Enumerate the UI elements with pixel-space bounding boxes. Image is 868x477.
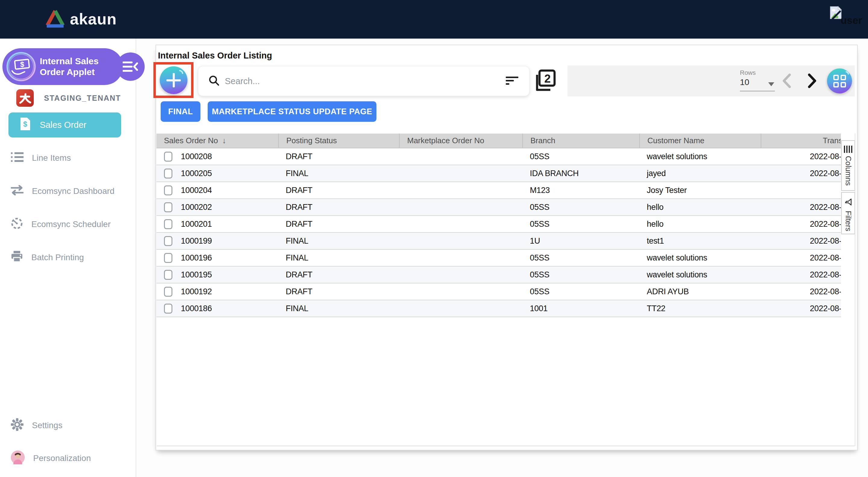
rows-per-page-select[interactable]: 10 [740, 78, 775, 91]
sort-descending-arrow-icon: ↓ [222, 136, 226, 145]
rows-per-page-label: Rows [740, 69, 756, 76]
table-row[interactable]: 1000201 DRAFT 05SS hello 2022-08-12 [156, 216, 841, 233]
cell-sales-order-no: 1000208 [181, 152, 212, 161]
sidebar-item-tenant[interactable]: STAGING_TENANT [16, 89, 121, 107]
cell-branch: 1001 [530, 304, 548, 313]
sort-filter-lines-icon[interactable] [506, 77, 518, 86]
table-row[interactable]: 1000195 DRAFT 05SS wavelet solutions 202… [156, 267, 841, 284]
cell-posting-status: FINAL [286, 304, 308, 313]
row-checkbox[interactable] [164, 236, 173, 246]
cell-branch: 05SS [530, 270, 550, 279]
final-button[interactable]: FINAL [161, 101, 200, 122]
sidebar-item-ecomsync-scheduler[interactable]: Ecomsync Scheduler [11, 215, 125, 234]
applet-header[interactable]: $ Internal Sales Order Applet [2, 48, 123, 85]
search-icon [209, 75, 219, 87]
main-panel: Internal Sales Order Listing 2 [156, 44, 858, 450]
marketplace-status-update-button[interactable]: MARKETPLACE STATUS UPDATE PAGE [208, 101, 376, 122]
sidebar-item-label: Settings [32, 421, 62, 430]
row-checkbox[interactable] [164, 152, 173, 161]
cell-customer-name: wavelet solutions [647, 270, 707, 279]
top-navbar: akaun user [0, 0, 868, 38]
grid-view-button[interactable] [827, 68, 852, 93]
cell-sales-order-no: 1000186 [181, 304, 212, 313]
filters-side-tab[interactable]: Filters [841, 192, 855, 234]
sales-order-table: Sales Order No ↓ Posting Status Marketpl… [156, 133, 841, 319]
collapse-sidebar-icon [123, 61, 138, 72]
column-header-transaction-date[interactable]: Transaction Date [761, 133, 841, 148]
sidebar-item-line-items[interactable]: Line Items [11, 148, 125, 168]
cell-sales-order-no: 1000195 [181, 270, 212, 279]
cell-posting-status: FINAL [286, 253, 308, 263]
cell-transaction-date: 2022-08-01 [810, 304, 841, 313]
column-header-marketplace-order-no[interactable]: Marketplace Order No [399, 133, 522, 148]
cell-posting-status: DRAFT [286, 203, 313, 212]
cell-sales-order-no: 1000201 [181, 219, 212, 229]
akaun-triangle-logo-icon [45, 9, 65, 29]
cell-customer-name: ADRI AYUB [647, 287, 689, 296]
column-header-sales-order-no[interactable]: Sales Order No ↓ [156, 133, 278, 148]
brand-name: akaun [70, 10, 117, 28]
document-dollar-icon: $ [19, 117, 31, 133]
column-header-customer-name[interactable]: Customer Name [639, 133, 761, 148]
column-header-posting-status[interactable]: Posting Status [278, 133, 399, 148]
cell-sales-order-no: 1000192 [181, 287, 212, 296]
cell-transaction-date: 2022-08-04 [810, 236, 841, 246]
row-checkbox[interactable] [164, 202, 173, 212]
sidebar-item-label: Ecomsync Scheduler [31, 219, 111, 229]
table-row[interactable]: 1000208 DRAFT 05SS wavelet solutions 202… [156, 148, 841, 165]
row-checkbox[interactable] [164, 304, 173, 314]
search-input[interactable] [225, 76, 506, 86]
filters-tab-label: Filters [844, 211, 852, 231]
table-row[interactable]: 1000186 FINAL 1001 TT22 2022-08-01 [156, 300, 841, 317]
row-checkbox[interactable] [164, 253, 173, 263]
cell-posting-status: DRAFT [286, 186, 313, 195]
cell-branch: 05SS [530, 219, 550, 229]
grid-apps-icon [833, 75, 846, 87]
collapse-sidebar-button[interactable] [116, 53, 145, 81]
columns-tab-label: Columns [844, 156, 852, 186]
svg-text:$: $ [20, 60, 24, 68]
table-row[interactable]: 1000204 DRAFT M123 Josy Tester [156, 182, 841, 199]
svg-text:2: 2 [544, 72, 551, 85]
table-row[interactable]: 1000202 DRAFT 05SS hello 2022-08-12 [156, 199, 841, 216]
sidebar-item-batch-printing[interactable]: Batch Printing [11, 248, 125, 267]
row-checkbox[interactable] [164, 185, 173, 196]
vertical-scrollbar[interactable] [855, 133, 855, 446]
table-row[interactable]: 1000205 FINAL IDA BRANCH jayed 2022-08-1… [156, 165, 841, 182]
user-avatar[interactable]: user [830, 6, 866, 33]
duplicate-pages-icon[interactable]: 2 [535, 69, 556, 93]
column-header-branch[interactable]: Branch [522, 133, 639, 148]
cell-sales-order-no: 1000196 [181, 253, 212, 263]
sidebar-item-label: Ecomsync Dashboard [32, 186, 115, 196]
sidebar-item-personalization[interactable]: Personalization [11, 449, 125, 468]
previous-page-button[interactable] [781, 73, 792, 90]
cell-customer-name: wavelet solutions [647, 152, 707, 161]
filter-funnel-icon [844, 198, 852, 208]
printer-icon [11, 251, 23, 264]
table-row[interactable]: 1000192 DRAFT 05SS ADRI AYUB 2022-08-02 [156, 284, 841, 300]
horizontal-scrollbar[interactable] [157, 446, 855, 446]
cell-transaction-date: 2022-08-02 [810, 287, 841, 296]
sidebar-item-settings[interactable]: Settings [11, 416, 125, 435]
cell-customer-name: Josy Tester [647, 186, 687, 195]
next-page-button[interactable] [807, 73, 817, 90]
row-checkbox[interactable] [164, 169, 173, 179]
cell-sales-order-no: 1000199 [181, 236, 212, 246]
cell-transaction-date: 2022-08-17 [810, 169, 841, 178]
table-row[interactable]: 1000199 FINAL 1U test1 2022-08-04 [156, 233, 841, 250]
tenant-label: STAGING_TENANT [44, 94, 121, 102]
sidebar-item-sales-order[interactable]: $ Sales Order [8, 113, 121, 138]
svg-text:$: $ [23, 120, 27, 128]
cell-posting-status: FINAL [286, 169, 308, 178]
sidebar-item-ecomsync-dashboard[interactable]: Ecomsync Dashboard [11, 181, 125, 201]
row-checkbox[interactable] [164, 270, 173, 280]
brand-logo[interactable]: akaun [45, 9, 117, 29]
row-checkbox[interactable] [164, 287, 173, 297]
add-sales-order-button[interactable] [160, 66, 187, 94]
table-header: Sales Order No ↓ Posting Status Marketpl… [156, 133, 841, 148]
sidebar-item-label: Batch Printing [31, 253, 84, 262]
cell-transaction-date: 2022-08-12 [810, 219, 841, 229]
row-checkbox[interactable] [164, 219, 173, 229]
table-row[interactable]: 1000196 FINAL 05SS wavelet solutions 202… [156, 250, 841, 267]
columns-side-tab[interactable]: Columns [841, 140, 855, 191]
